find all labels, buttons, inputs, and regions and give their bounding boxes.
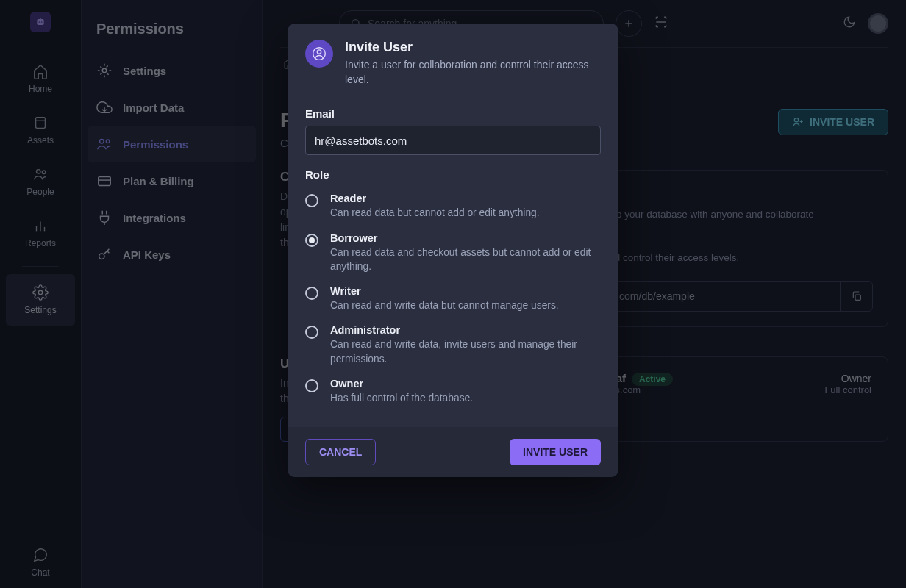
role-desc: Can read and write data but cannot manag… (330, 298, 559, 312)
role-name: Borrower (330, 232, 601, 244)
invite-user-modal: Invite User Invite a user for collaborat… (288, 24, 618, 477)
radio-icon (305, 194, 318, 207)
modal-title: Invite User (345, 40, 601, 55)
role-name: Owner (330, 378, 473, 390)
email-label: Email (305, 107, 601, 120)
role-desc: Can read and write data, invite users an… (330, 337, 601, 366)
role-desc: Has full control of the database. (330, 391, 473, 405)
role-option-writer[interactable]: WriterCan read and write data but cannot… (305, 279, 601, 318)
role-option-administrator[interactable]: AdministratorCan read and write data, in… (305, 318, 601, 372)
role-desc: Can read data and checkout assets but ca… (330, 245, 601, 274)
svg-point-29 (317, 50, 321, 54)
radio-icon (305, 287, 318, 300)
modal-subtitle: Invite a user for collaboration and cont… (345, 58, 601, 87)
role-option-owner[interactable]: OwnerHas full control of the database. (305, 372, 601, 411)
invite-user-submit-button[interactable]: INVITE USER (510, 439, 601, 465)
role-name: Reader (330, 193, 540, 204)
role-option-reader[interactable]: ReaderCan read data but cannot add or ed… (305, 187, 601, 226)
user-icon (305, 40, 333, 68)
email-input[interactable] (305, 126, 601, 155)
radio-icon (305, 234, 318, 247)
modal-overlay[interactable]: Invite User Invite a user for collaborat… (0, 0, 906, 588)
role-option-borrower[interactable]: BorrowerCan read data and checkout asset… (305, 226, 601, 280)
role-name: Administrator (330, 324, 601, 336)
radio-icon (305, 379, 318, 392)
role-name: Writer (330, 285, 559, 297)
role-desc: Can read data but cannot add or edit any… (330, 206, 540, 220)
cancel-button[interactable]: CANCEL (305, 439, 376, 465)
role-label: Role (305, 168, 601, 181)
radio-icon (305, 326, 318, 339)
